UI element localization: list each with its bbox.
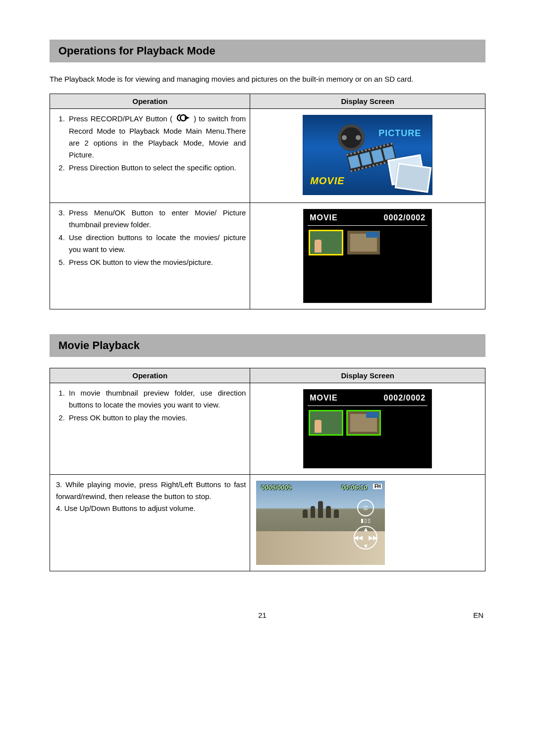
thumb-counter: 0002/0002 <box>384 213 426 222</box>
thumbnail-selected <box>310 411 342 435</box>
display-movie-thumbs: MOVIE 0002/0002 <box>303 389 432 468</box>
thumb-counter: 0002/0002 <box>384 394 426 403</box>
step-3: Press Menu/OK Button to enter Movie/ Pic… <box>67 207 246 231</box>
display-movie-playing: 0005/0005 00:06:10 FH ☰ ▮▯▯ ▲▼◀◀▶▶ <box>256 481 385 565</box>
scene-graphic <box>303 501 339 518</box>
thumbnail-selected <box>347 411 380 435</box>
quality-badge: FH <box>373 484 382 489</box>
thumbnail-selected <box>310 231 342 254</box>
col-display-screen: Display Screen <box>250 368 485 383</box>
page-number: 21 <box>52 611 473 619</box>
dpad-icon: ▲▼◀◀▶▶ <box>354 526 377 550</box>
step-1: Press RECORD/PLAY Button ( ) to switch f… <box>67 113 246 161</box>
col-operation: Operation <box>50 368 250 383</box>
thumb-title: MOVIE <box>310 213 338 222</box>
record-play-icon <box>176 113 190 125</box>
battery-icon: ▮▯▯ <box>351 517 380 524</box>
picture-stack-icon <box>392 157 432 192</box>
play-counter: 0005/0005 <box>261 484 291 491</box>
svg-marker-0 <box>185 116 190 120</box>
page-footer: 21 EN <box>50 596 485 619</box>
table-movie-playback: Operation Display Screen In movie thumbn… <box>50 368 485 571</box>
display-main-menu: PICTURE MOVIE <box>303 115 432 195</box>
movie-step-4: 4. Use Up/Down Buttons to adjust volume. <box>56 503 246 514</box>
volume-icon: ☰ <box>357 500 374 516</box>
movie-step-2: Press OK button to play the movies. <box>67 412 246 424</box>
intro-text: The Playback Mode is for viewing and man… <box>50 73 485 85</box>
lang-code: EN <box>473 611 483 619</box>
play-time: 00:06:10 <box>341 484 367 491</box>
movie-step-3: 3. While playing movie, press Right/Left… <box>56 479 246 503</box>
display-thumbnail-folder: MOVIE 0002/0002 <box>303 209 432 303</box>
step-2: Press Direction Button to select the spe… <box>67 162 246 174</box>
menu-movie-label: MOVIE <box>310 175 344 187</box>
controls-overlay: ☰ ▮▯▯ ▲▼◀◀▶▶ <box>351 500 380 550</box>
col-operation: Operation <box>50 94 250 109</box>
step-4: Use direction buttons to locate the movi… <box>67 232 246 255</box>
thumb-title: MOVIE <box>310 394 338 403</box>
section-heading-movie: Movie Playback <box>50 334 485 357</box>
col-display-screen: Display Screen <box>250 94 485 109</box>
section-heading-playback: Operations for Playback Mode <box>50 40 485 62</box>
thumbnail <box>347 231 380 254</box>
table-playback-ops: Operation Display Screen Press RECORD/PL… <box>50 94 485 309</box>
step-5: Press OK button to view the movies/pictu… <box>67 256 246 268</box>
movie-step-1: In movie thumbnail preview folder, use d… <box>67 387 246 411</box>
